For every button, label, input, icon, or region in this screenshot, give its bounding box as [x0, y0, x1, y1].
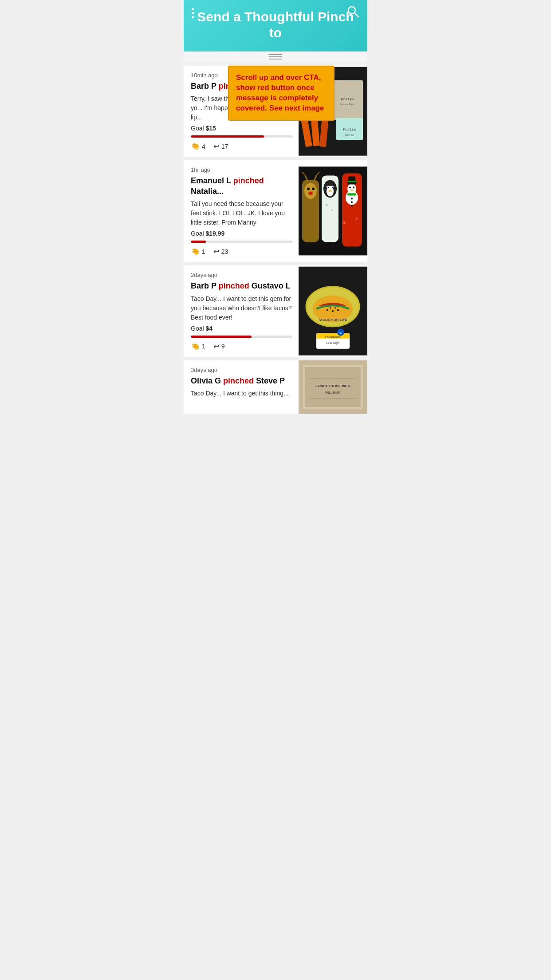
card-2-action: pinched: [233, 176, 264, 185]
svg-text:❄: ❄: [331, 209, 333, 212]
scroll-indicator: [184, 51, 367, 62]
svg-text:20% off: 20% off: [345, 134, 354, 136]
card-1-progress-fill: [191, 135, 264, 138]
svg-text:TACOS FOR LIFE: TACOS FOR LIFE: [318, 318, 348, 322]
pinch-icon-2: 🤏: [191, 247, 200, 256]
card-3-pinch-stat: 🤏 1: [191, 342, 205, 351]
svg-point-17: [304, 183, 317, 199]
svg-point-31: [332, 187, 334, 188]
svg-text:...ONLY THOSE WHO: ...ONLY THOSE WHO: [315, 384, 350, 388]
card-2-content: 1hr ago Emanuel L pinched Natalia... Tal…: [184, 160, 299, 262]
tooltip-text: Scroll up and over CTA, show red button …: [236, 73, 327, 114]
card-2-timestamp: 1hr ago: [191, 166, 292, 173]
card-3-content: 2days ago Barb P pinched Gustavo L Taco …: [184, 265, 299, 356]
svg-text:❄: ❄: [355, 217, 358, 221]
feed-card-3[interactable]: 2days ago Barb P pinched Gustavo L Taco …: [184, 265, 367, 356]
svg-rect-44: [347, 194, 356, 196]
pinch-icon: 🤏: [191, 142, 200, 150]
card-1-sender: Barb P: [191, 82, 219, 91]
svg-point-30: [328, 187, 329, 188]
card-2-recipient: Natalia...: [191, 187, 224, 196]
feed-card-4[interactable]: 3days ago Olivia G pinched Steve P Taco …: [184, 360, 367, 414]
svg-rect-71: [310, 398, 356, 399]
card-4-image: ...ONLY THOSE WHO WILL RISK: [299, 360, 367, 414]
card-1-stats: 🤏 4 ↩ 17: [191, 142, 292, 150]
svg-text:Kind Lips: Kind Lips: [343, 128, 356, 131]
card-2-sender: Emanuel L: [191, 176, 233, 185]
card-2-message: Tali you need these because your feet st…: [191, 199, 292, 227]
svg-rect-40: [347, 181, 356, 182]
feed-card-1[interactable]: 10min ago Barb P pinch Terry, I saw thes…: [184, 66, 367, 157]
card-2-title: Emanuel L pinched Natalia...: [191, 176, 292, 197]
card-4-recipient: Steve P: [254, 376, 285, 385]
card-2-stats: 🤏 1 ↩ 23: [191, 247, 292, 256]
card-4-title: Olivia G pinched Steve P: [191, 376, 292, 386]
card-2-progress-fill: [191, 241, 206, 243]
card-2-progress-bg: [191, 241, 292, 243]
card-1-pinch-count: 4: [202, 143, 205, 150]
tooltip-box: Scroll up and over CTA, show red button …: [228, 66, 335, 121]
svg-rect-70: [310, 378, 356, 379]
svg-point-37: [347, 184, 356, 194]
card-2-image: ❄ ❄: [299, 160, 367, 262]
pinch-icon-3: 🤏: [191, 342, 200, 351]
card-4-timestamp: 3days ago: [191, 367, 292, 373]
svg-point-57: [335, 307, 336, 308]
card-3-progress-bg: [191, 336, 292, 338]
search-icon[interactable]: [347, 5, 359, 21]
svg-point-18: [307, 188, 310, 190]
card-3-share-stat: ↩ 9: [213, 342, 225, 351]
card-3-recipient: Gustavo L: [249, 281, 291, 290]
card-1-share-stat: ↩ 17: [213, 142, 228, 150]
card-4-content: 3days ago Olivia G pinched Steve P Taco …: [184, 360, 299, 414]
svg-text:❄: ❄: [325, 204, 328, 208]
card-1-goal: Goal $15: [191, 125, 292, 132]
card-3-pinch-count: 1: [202, 343, 205, 350]
card-2-share-stat: ↩ 23: [213, 247, 228, 256]
card-1-pinch-stat: 🤏 4: [191, 142, 205, 150]
activity-feed: 10min ago Barb P pinch Terry, I saw thes…: [184, 66, 367, 414]
card-3-progress-fill: [191, 336, 252, 338]
card-3-image: TACOS FOR LIFE Clearance LED Sign $4: [299, 265, 367, 356]
svg-point-47: [351, 205, 353, 207]
svg-point-19: [312, 188, 315, 190]
app-header: Send a Thoughtful Pinch to: [184, 0, 367, 51]
card-3-timestamp: 2days ago: [191, 272, 292, 278]
feed-card-2[interactable]: 1hr ago Emanuel L pinched Natalia... Tal…: [184, 160, 367, 262]
card-3-stats: 🤏 1 ↩ 9: [191, 342, 292, 351]
card-4-message: Taco Day... I want to get this thing...: [191, 389, 292, 398]
card-1-share-count: 17: [221, 143, 228, 150]
card-3-sender: Barb P: [191, 281, 219, 290]
card-3-share-count: 9: [221, 343, 225, 350]
svg-point-46: [351, 202, 353, 203]
svg-point-54: [332, 310, 334, 312]
card-3-message: Taco Day... I want to get this gem for y…: [191, 294, 292, 322]
svg-point-24: [308, 192, 313, 195]
card-3-title: Barb P pinched Gustavo L: [191, 281, 292, 291]
svg-text:$4: $4: [339, 332, 342, 335]
svg-text:WILL RISK: WILL RISK: [325, 391, 341, 394]
share-icon-2: ↩: [213, 247, 219, 256]
svg-point-55: [337, 309, 339, 311]
svg-text:Kind Lips: Kind Lips: [341, 98, 354, 101]
svg-point-56: [330, 307, 331, 308]
svg-text:Clearance: Clearance: [325, 336, 340, 339]
header-title: Send a Thoughtful Pinch to: [191, 9, 360, 44]
menu-dots[interactable]: [192, 8, 194, 18]
svg-text:LED Sign: LED Sign: [326, 341, 339, 345]
svg-line-1: [354, 13, 358, 17]
svg-point-53: [327, 309, 328, 311]
svg-point-42: [353, 187, 354, 189]
share-icon: ↩: [213, 142, 219, 150]
card-2-share-count: 23: [221, 248, 228, 255]
svg-point-41: [349, 187, 351, 189]
svg-point-45: [351, 198, 353, 200]
card-2-goal: Goal $19.99: [191, 230, 292, 237]
card-3-action: pinched: [219, 281, 249, 290]
card-2-pinch-count: 1: [202, 248, 205, 255]
card-4-sender: Olivia G: [191, 376, 223, 385]
svg-text:❄: ❄: [343, 221, 346, 225]
share-icon-3: ↩: [213, 342, 219, 351]
card-4-action: pinched: [223, 376, 254, 385]
card-3-goal: Goal $4: [191, 325, 292, 332]
